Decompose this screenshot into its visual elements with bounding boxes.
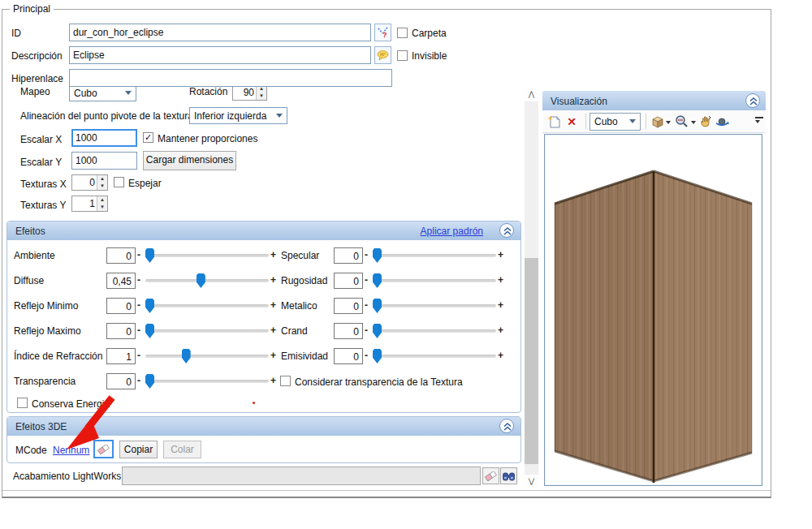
slider-value-input[interactable]: 0 bbox=[334, 323, 363, 339]
slider-plus[interactable]: + bbox=[270, 350, 276, 361]
collapse-efeitos-3de-button[interactable] bbox=[499, 419, 514, 433]
carpeta-checkbox[interactable] bbox=[397, 28, 408, 38]
slider-thumb[interactable] bbox=[182, 349, 191, 363]
generate-id-button[interactable]: ? bbox=[374, 24, 391, 41]
slider-minus[interactable]: - bbox=[365, 350, 368, 361]
aplicar-padron-link[interactable]: Aplicar padrón bbox=[421, 226, 483, 237]
slider-plus[interactable]: + bbox=[498, 274, 503, 286]
slider-plus[interactable]: + bbox=[498, 325, 503, 336]
spinner-arrows-icon[interactable]: ▲▼ bbox=[97, 175, 107, 190]
scroll-down-button[interactable]: ⋁ bbox=[525, 475, 538, 488]
slider-plus[interactable]: + bbox=[498, 249, 503, 260]
delete-preview-button[interactable]: ✕ bbox=[567, 115, 577, 128]
comment-button[interactable] bbox=[374, 46, 391, 64]
slider-plus[interactable]: + bbox=[498, 299, 503, 311]
slider-minus[interactable]: - bbox=[137, 350, 140, 361]
slider-value-input[interactable]: 0 bbox=[106, 373, 136, 389]
slider-thumb[interactable] bbox=[373, 248, 382, 263]
slider-minus[interactable]: - bbox=[365, 325, 368, 336]
slider-thumb[interactable] bbox=[373, 324, 382, 338]
pan-tool-button[interactable] bbox=[698, 114, 712, 131]
slider-plus[interactable]: + bbox=[270, 249, 276, 260]
slider-track[interactable] bbox=[145, 279, 269, 282]
new-preview-button[interactable]: ✶ bbox=[547, 114, 562, 131]
texturas-x-spinner[interactable]: 0 ▲▼ bbox=[71, 174, 108, 191]
slider-thumb[interactable] bbox=[145, 248, 154, 263]
mantener-checkbox[interactable]: ✓ bbox=[143, 132, 153, 143]
collapse-visualizacion-button[interactable] bbox=[745, 93, 760, 108]
slider-value-input[interactable]: 0,45 bbox=[106, 273, 136, 289]
slider-plus[interactable]: + bbox=[270, 375, 276, 386]
slider-minus[interactable]: - bbox=[365, 274, 368, 286]
acabamiento-input[interactable] bbox=[122, 467, 481, 485]
id-input[interactable]: dur_con_hor_eclipse bbox=[69, 24, 371, 41]
orbit-tool-button[interactable] bbox=[715, 116, 729, 130]
preview-shape-select[interactable]: Cubo bbox=[590, 113, 641, 131]
scroll-up-button[interactable]: ⋀ bbox=[525, 88, 538, 101]
zoom-tool-button[interactable] bbox=[675, 114, 689, 131]
cargar-dimensiones-button[interactable]: Cargar dimensiones bbox=[143, 151, 236, 170]
slider-minus[interactable]: - bbox=[137, 325, 140, 336]
spinner-arrows-icon[interactable]: ▲▼ bbox=[97, 196, 107, 211]
slider-value-input[interactable]: 0 bbox=[106, 323, 136, 339]
slider-track[interactable] bbox=[373, 254, 496, 257]
slider-track[interactable] bbox=[145, 304, 269, 308]
slider-track[interactable] bbox=[145, 254, 269, 257]
slider-track[interactable] bbox=[373, 304, 496, 308]
scrollbar-thumb[interactable] bbox=[525, 258, 538, 464]
slider-value-input[interactable]: 0 bbox=[106, 247, 136, 264]
rotacion-spinner[interactable]: 90 ▲▼ bbox=[232, 87, 267, 101]
slider-minus[interactable]: - bbox=[365, 249, 368, 260]
slider-track[interactable] bbox=[145, 355, 269, 358]
slider-minus[interactable]: - bbox=[365, 299, 368, 311]
mapeo-select[interactable]: Cubo bbox=[69, 87, 136, 101]
mcode-nenhum-link[interactable]: Nenhum bbox=[53, 445, 89, 456]
considerar-transparencia-checkbox[interactable] bbox=[280, 376, 291, 386]
espejar-checkbox[interactable] bbox=[114, 177, 124, 187]
slider-minus[interactable]: - bbox=[137, 249, 140, 260]
alineacion-select[interactable]: Inferior izquierda bbox=[189, 107, 287, 124]
zoom-dropdown-icon[interactable] bbox=[691, 121, 696, 124]
render-mode-button[interactable] bbox=[650, 115, 664, 131]
slider-value-input[interactable]: 0 bbox=[334, 273, 363, 289]
slider-value-input[interactable]: 0 bbox=[334, 348, 363, 364]
slider-value-input[interactable]: 0 bbox=[106, 298, 136, 314]
slider-plus[interactable]: + bbox=[270, 299, 276, 311]
slider-thumb[interactable] bbox=[145, 324, 154, 338]
clear-mcode-button[interactable] bbox=[93, 440, 114, 458]
description-input[interactable]: Eclipse bbox=[69, 46, 371, 64]
invisible-checkbox[interactable] bbox=[397, 50, 408, 61]
collapse-efeitos-button[interactable] bbox=[499, 223, 514, 238]
clear-acabamiento-button[interactable] bbox=[482, 467, 499, 484]
slider-plus[interactable]: + bbox=[270, 274, 276, 286]
texturas-y-spinner[interactable]: 1 ▲▼ bbox=[71, 196, 108, 212]
preview-viewport[interactable] bbox=[544, 134, 762, 486]
slider-plus[interactable]: + bbox=[270, 325, 276, 336]
slider-minus[interactable]: - bbox=[137, 274, 140, 286]
slider-value-input[interactable]: 1 bbox=[106, 348, 136, 364]
toolbar-overflow-button[interactable] bbox=[755, 117, 763, 123]
slider-thumb[interactable] bbox=[373, 349, 382, 363]
escalar-y-input[interactable]: 1000 bbox=[71, 152, 137, 170]
render-mode-dropdown-icon[interactable] bbox=[666, 121, 671, 124]
slider-track[interactable] bbox=[145, 329, 269, 333]
slider-plus[interactable]: + bbox=[498, 350, 503, 361]
hyperlink-input[interactable] bbox=[69, 69, 392, 87]
vertical-scrollbar[interactable]: ⋀ ⋁ bbox=[525, 88, 538, 488]
slider-value-input[interactable]: 0 bbox=[334, 247, 363, 264]
slider-thumb[interactable] bbox=[373, 273, 382, 288]
slider-thumb[interactable] bbox=[373, 299, 382, 313]
spinner-arrows-icon[interactable]: ▲▼ bbox=[256, 87, 266, 100]
slider-track[interactable] bbox=[373, 355, 496, 358]
copiar-button[interactable]: Copiar bbox=[119, 441, 158, 458]
slider-track[interactable] bbox=[145, 380, 269, 383]
slider-thumb[interactable] bbox=[145, 299, 154, 313]
slider-track[interactable] bbox=[373, 279, 496, 282]
slider-value-input[interactable]: 0 bbox=[334, 298, 363, 314]
slider-track[interactable] bbox=[373, 329, 496, 333]
search-acabamiento-button[interactable] bbox=[500, 467, 517, 484]
conserva-energia-checkbox[interactable] bbox=[17, 398, 28, 408]
escalar-x-input[interactable]: 1000 bbox=[71, 129, 137, 147]
slider-minus[interactable]: - bbox=[137, 299, 140, 311]
slider-minus[interactable]: - bbox=[137, 375, 140, 386]
